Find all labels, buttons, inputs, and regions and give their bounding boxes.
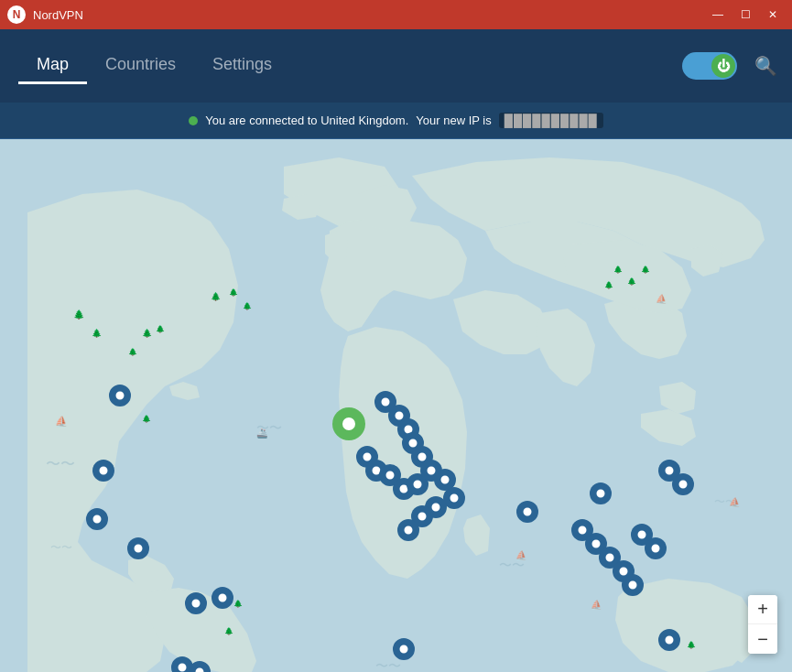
svg-text:⛵: ⛵ bbox=[55, 415, 68, 428]
zoom-in-button[interactable]: + bbox=[748, 595, 777, 624]
status-bar: You are connected to United Kingdom. You… bbox=[0, 103, 792, 139]
svg-text:⛵: ⛵ bbox=[591, 599, 602, 611]
nordvpn-logo: N bbox=[7, 5, 26, 24]
search-button[interactable]: 🔍 bbox=[754, 55, 777, 77]
pin-uk[interactable] bbox=[349, 407, 374, 440]
svg-text:🌲: 🌲 bbox=[142, 328, 153, 339]
titlebar: N NordVPN — ☐ ✕ bbox=[0, 0, 792, 29]
toggle-knob: ⏻ bbox=[711, 54, 735, 78]
svg-text:🌲: 🌲 bbox=[641, 265, 650, 274]
svg-text:🌲: 🌲 bbox=[211, 291, 222, 302]
svg-text:🌲: 🌲 bbox=[243, 301, 252, 310]
svg-text:🌲: 🌲 bbox=[92, 328, 103, 339]
app-title: NordVPN bbox=[33, 8, 83, 22]
svg-text:〜〜: 〜〜 bbox=[50, 541, 72, 554]
svg-text:⛵: ⛵ bbox=[656, 293, 667, 305]
close-button[interactable]: ✕ bbox=[761, 5, 785, 24]
svg-text:N: N bbox=[13, 8, 21, 21]
window-controls: — ☐ ✕ bbox=[706, 5, 785, 24]
pin-p4[interactable] bbox=[138, 537, 164, 570]
tab-settings[interactable]: Settings bbox=[194, 48, 290, 84]
svg-text:🌲: 🌲 bbox=[613, 265, 623, 274]
status-message: You are connected to United Kingdom. bbox=[205, 114, 408, 127]
pin-p7[interactable] bbox=[200, 661, 225, 672]
tab-map[interactable]: Map bbox=[18, 48, 87, 84]
ip-label: Your new IP is bbox=[416, 114, 491, 127]
ip-value: ██████████ bbox=[499, 113, 603, 128]
svg-text:〜〜: 〜〜 bbox=[46, 456, 75, 471]
svg-text:🌲: 🌲 bbox=[128, 347, 137, 356]
pin-p24[interactable] bbox=[408, 519, 434, 552]
svg-text:🌲: 🌲 bbox=[224, 626, 233, 635]
pin-p1[interactable] bbox=[120, 385, 146, 417]
svg-text:🌲: 🌲 bbox=[604, 280, 613, 289]
toggle-track[interactable]: ⏻ bbox=[682, 52, 737, 80]
svg-text:🌲: 🌲 bbox=[229, 287, 238, 297]
svg-text:🌲: 🌲 bbox=[73, 309, 85, 320]
svg-text:🚢: 🚢 bbox=[256, 428, 268, 439]
navbar: Map Countries Settings ⏻ 🔍 bbox=[0, 29, 792, 103]
nav-tabs: Map Countries Settings bbox=[18, 48, 290, 84]
pin-p37[interactable] bbox=[669, 629, 695, 662]
pin-p32[interactable] bbox=[656, 537, 681, 570]
pin-p36[interactable] bbox=[404, 638, 429, 671]
search-icon: 🔍 bbox=[754, 56, 777, 76]
zoom-controls: + − bbox=[748, 595, 777, 654]
pin-p25[interactable] bbox=[527, 501, 553, 534]
svg-text:🌲: 🌲 bbox=[156, 324, 165, 333]
power-icon: ⏻ bbox=[717, 59, 730, 73]
map-container: 〜〜 〜〜 〜〜 〜〜 〜〜 〜〜 〜〜 ⛵ 🚢 ⛵ ⛵ ⛵ ⛵ ⛵ ⛵ ⛵ ⛵… bbox=[0, 139, 792, 672]
connection-status-dot bbox=[189, 116, 198, 125]
zoom-out-button[interactable]: − bbox=[748, 624, 777, 654]
minimize-button[interactable]: — bbox=[706, 5, 730, 24]
pin-p35[interactable] bbox=[601, 482, 626, 515]
pin-p30[interactable] bbox=[633, 574, 658, 607]
pin-p2[interactable] bbox=[103, 460, 129, 493]
maximize-button[interactable]: ☐ bbox=[733, 5, 757, 24]
pin-p3[interactable] bbox=[97, 508, 123, 541]
tab-countries[interactable]: Countries bbox=[87, 48, 194, 84]
titlebar-left: N NordVPN bbox=[7, 5, 83, 24]
svg-text:🌲: 🌲 bbox=[627, 276, 636, 286]
pin-p8[interactable] bbox=[222, 587, 248, 620]
pin-p34[interactable] bbox=[683, 473, 709, 506]
svg-text:⛵: ⛵ bbox=[515, 549, 527, 561]
svg-text:⛵: ⛵ bbox=[729, 496, 741, 508]
vpn-toggle[interactable]: ⏻ bbox=[682, 52, 737, 80]
